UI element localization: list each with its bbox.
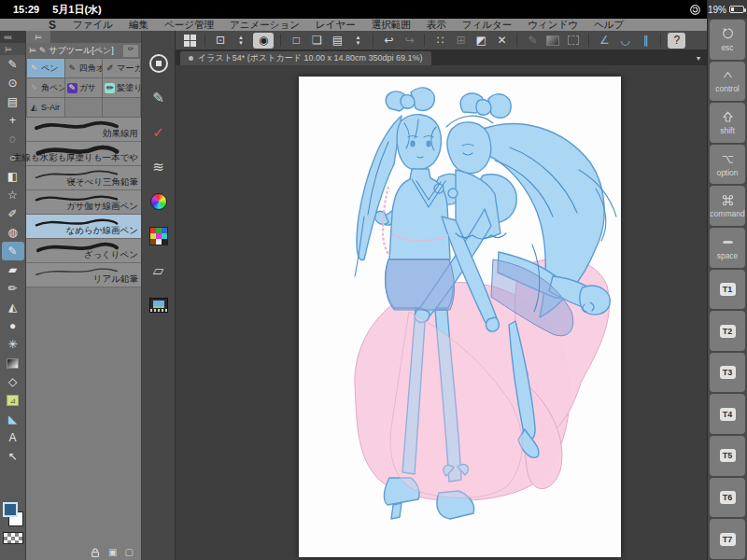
- pen-tool[interactable]: ✎: [2, 55, 24, 74]
- subtool-group-shikaku[interactable]: ✎ 四角オ: [65, 59, 103, 77]
- canvas-page[interactable]: [299, 77, 621, 557]
- collapse-panel-button[interactable]: ««: [0, 31, 25, 43]
- subtool-group-kaminuri[interactable]: ✏ 髪塗り: [103, 78, 140, 97]
- menu-view[interactable]: 表示: [427, 19, 446, 32]
- main-color-swatch[interactable]: [3, 502, 18, 517]
- brush-item[interactable]: ガサ伽サ線画ペン: [26, 190, 141, 215]
- key-t1[interactable]: T1: [710, 270, 745, 310]
- undo-button[interactable]: ↩: [380, 33, 397, 49]
- redo-button[interactable]: ↪: [401, 33, 417, 49]
- balloon-tool[interactable]: ◍: [2, 223, 24, 242]
- tool-palette-tab[interactable]: ⊨: [0, 43, 25, 55]
- subtool-group-marker[interactable]: ✐ マーカ: [103, 59, 140, 77]
- key-control[interactable]: control: [710, 62, 745, 102]
- subtool-group-gasa[interactable]: ✎ ガサ: [65, 78, 103, 97]
- key-t4[interactable]: T4: [710, 394, 745, 434]
- menu-window[interactable]: ウィンドウ: [528, 19, 578, 32]
- quick-access-palette-icon[interactable]: [148, 53, 169, 74]
- reselect-button[interactable]: ⊞: [452, 33, 469, 49]
- brush-item[interactable]: 効果線用: [26, 118, 141, 142]
- figure-tool[interactable]: ◇: [2, 372, 24, 391]
- key-option[interactable]: option: [710, 145, 745, 185]
- help-button[interactable]: ?: [668, 33, 685, 49]
- key-command[interactable]: command: [710, 186, 745, 226]
- color-wheel-palette-icon[interactable]: [148, 191, 169, 212]
- correct-line-tool[interactable]: ↖: [2, 447, 24, 466]
- tab-list-dropdown-icon[interactable]: ▾: [697, 54, 700, 63]
- move-layer-tool[interactable]: +: [2, 111, 24, 130]
- subtool-group-pen[interactable]: ✎ ペン: [27, 59, 64, 77]
- save-button[interactable]: ▤: [329, 33, 345, 49]
- workspace-button[interactable]: [181, 33, 198, 49]
- transparent-color-swatch[interactable]: [3, 532, 23, 544]
- tool-property-palette-icon[interactable]: ✓: [148, 122, 169, 143]
- subtool-palette-icon[interactable]: ✎: [148, 88, 169, 108]
- marquee-select-tool[interactable]: ◌: [2, 130, 24, 148]
- brush-size-palette-icon[interactable]: ≋: [148, 157, 169, 177]
- zoom-tool[interactable]: ⊙: [2, 74, 24, 92]
- save-stepper[interactable]: ▲▼: [349, 33, 366, 49]
- deselect-button[interactable]: ∷: [431, 33, 448, 49]
- lock-palette-icon[interactable]: [90, 547, 101, 558]
- key-space[interactable]: space: [710, 228, 745, 268]
- invert-selection-button[interactable]: ◩: [472, 33, 489, 49]
- eyedropper-tool[interactable]: ✐: [2, 204, 24, 223]
- auto-select-tool[interactable]: ☆: [2, 186, 24, 204]
- key-t5[interactable]: T5: [710, 436, 745, 476]
- blend-tool[interactable]: ●: [2, 316, 24, 335]
- material-palette-icon[interactable]: ▱: [148, 260, 169, 281]
- menu-file[interactable]: ファイル: [73, 19, 113, 32]
- gradient-map-button[interactable]: [544, 33, 561, 49]
- frame-border-tool[interactable]: ⊿: [2, 391, 24, 410]
- key-t7[interactable]: T7: [710, 519, 745, 559]
- menu-animation[interactable]: アニメーション: [230, 19, 300, 32]
- airbrush-tool[interactable]: ◭: [2, 298, 24, 316]
- brush-item[interactable]: リアル鉛筆: [26, 263, 141, 287]
- draw-selection-border-button[interactable]: ✎: [524, 33, 541, 49]
- subtool-strip-tab[interactable]: ⊨: [26, 31, 50, 43]
- csp-menu-logo-icon[interactable]: Ƨ: [49, 20, 56, 31]
- menu-edit[interactable]: 編集: [129, 19, 148, 32]
- brush-item[interactable]: ざっくりペン: [26, 239, 141, 263]
- decoration-tool[interactable]: ✳: [2, 335, 24, 354]
- brush-item[interactable]: 主線も水彩も厚塗りも一本でや: [26, 142, 141, 166]
- fill-tool[interactable]: ◧: [2, 167, 24, 186]
- brush-item-selected[interactable]: なめらか線画ペン: [26, 215, 141, 239]
- subtool-group-kadopen[interactable]: ✎ 角ペン: [27, 78, 64, 97]
- snap-to-special-ruler-button[interactable]: ◡: [616, 33, 633, 49]
- open-clip-studio-button[interactable]: ◉: [253, 33, 274, 49]
- subtool-group-sair[interactable]: ◭ S-Air: [27, 98, 64, 117]
- operation-tool[interactable]: ▤: [2, 92, 24, 111]
- menu-page-manage[interactable]: ページ管理: [164, 19, 214, 32]
- eraser-tool[interactable]: ▰: [2, 260, 24, 279]
- subtool-secondary-tab[interactable]: ✏: [123, 45, 138, 57]
- palette-menu-icon[interactable]: ⊨: [29, 46, 36, 55]
- key-t3[interactable]: T3: [710, 353, 745, 393]
- timeline-palette-icon[interactable]: [148, 295, 169, 315]
- snap-to-grid-button[interactable]: ∥: [637, 33, 654, 49]
- new-canvas-button[interactable]: □: [288, 33, 304, 49]
- selection-launcher-button[interactable]: [565, 33, 582, 49]
- bar-stepper[interactable]: ▲▼: [233, 33, 249, 49]
- ruler-tool[interactable]: ◣: [2, 410, 24, 428]
- key-esc[interactable]: esc: [710, 20, 745, 60]
- snap-to-ruler-button[interactable]: ∠: [596, 33, 613, 49]
- menu-layer[interactable]: レイヤー: [316, 19, 356, 32]
- menu-help[interactable]: ヘルプ: [594, 19, 624, 32]
- gradient-tool[interactable]: [2, 354, 24, 372]
- open-file-button[interactable]: ❏: [308, 33, 325, 49]
- touch-settings-button[interactable]: ⊡: [212, 33, 229, 49]
- selected-pen-tool[interactable]: ✎: [2, 242, 24, 260]
- key-t6[interactable]: T6: [710, 478, 745, 518]
- duplicate-subtool-icon[interactable]: ▢: [125, 547, 134, 557]
- key-shift[interactable]: shift: [710, 103, 745, 143]
- document-tab[interactable]: イラスト54* (ポストカード 10.00 x 14.80cm 350dpi 6…: [180, 51, 431, 65]
- menu-filter[interactable]: フィルター: [462, 19, 512, 32]
- color-set-palette-icon[interactable]: [148, 226, 169, 246]
- brush-item[interactable]: 寝そべり三角鉛筆: [26, 166, 141, 190]
- canvas-area[interactable]: [176, 65, 707, 560]
- menu-selection[interactable]: 選択範囲: [372, 19, 411, 32]
- new-subtool-icon[interactable]: ▣: [108, 547, 117, 557]
- pencil-tool[interactable]: ✏: [2, 279, 24, 298]
- key-t2[interactable]: T2: [710, 311, 745, 351]
